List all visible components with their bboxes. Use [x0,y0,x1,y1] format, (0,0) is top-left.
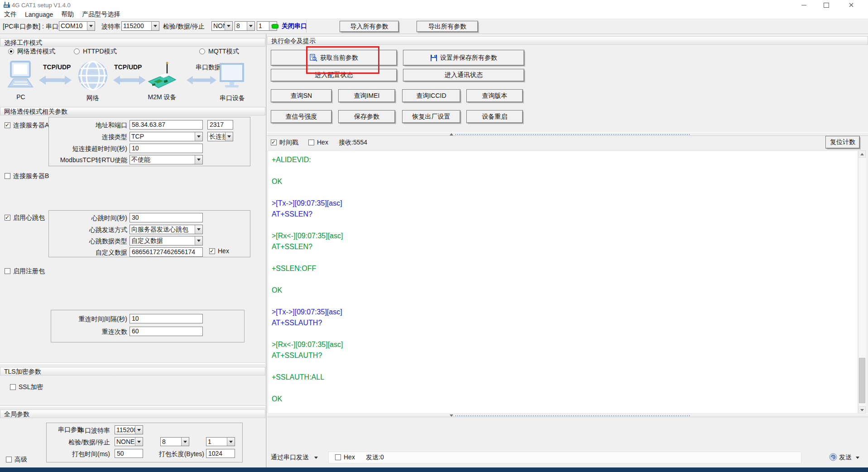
pc-laptop-icon [6,61,34,91]
hb-hex-label[interactable]: Hex [218,247,229,255]
timestamp-checkbox[interactable] [271,140,277,145]
scroll-down-button[interactable] [858,406,866,414]
save-params-button[interactable]: 保存参数 [338,110,395,123]
hb-time-input[interactable]: 30 [129,213,203,222]
terminal-line: OK [272,285,858,296]
short-conn-input[interactable]: 10 [129,144,203,153]
radio-httpd-mode[interactable] [74,48,80,54]
minimize-button[interactable] [795,1,813,9]
query-signal-button[interactable]: 查信号强度 [271,110,332,123]
import-params-button[interactable]: 导入所有参数 [340,21,399,32]
timestamp-label[interactable]: 时间戳 [279,139,298,147]
gp-stopbits-select[interactable]: 1 [206,437,235,446]
maximize-button[interactable] [817,1,835,9]
server-a-address-input[interactable]: 58.34.63.87 [129,120,203,130]
gp-parity-select[interactable]: NONE [115,437,143,446]
send-input[interactable] [328,452,801,463]
scrollbar-thumb[interactable] [859,358,865,403]
gp-pack-time-input[interactable]: 50 [115,449,143,458]
server-a-checkbox[interactable] [5,122,10,128]
advanced-label[interactable]: 高级 [14,456,27,464]
gp-pack-len-input[interactable]: 1024 [206,449,235,458]
query-sn-button[interactable]: 查询SN [271,89,332,102]
modbus-select[interactable]: 不使能 [129,155,203,164]
com-port-select[interactable]: COM10 [59,21,95,31]
toolbar: [PC串口参数] : 串口号 COM10 波特率 115200 检验/数据/停止… [0,19,868,34]
ssl-label[interactable]: SSL加密 [19,383,43,391]
conn-type-select[interactable]: TCP [129,132,203,141]
server-b-label[interactable]: 连接服务器B [13,172,49,180]
register-label[interactable]: 启用注册包 [13,267,45,275]
splitter-dots [456,134,691,135]
rx-hex-checkbox[interactable] [308,140,314,145]
baud-select[interactable]: 115200 [121,21,159,31]
parity-select[interactable]: NONE [211,21,233,31]
reconn-count-input[interactable]: 60 [129,327,203,336]
rx-hex-label[interactable]: Hex [317,139,328,146]
radio-httpd-mode-label[interactable]: HTTPD模式 [83,48,117,56]
conn-mode-select[interactable]: 长连接 [207,132,233,141]
databits-select[interactable]: 8 [235,21,255,31]
gp-pack-len-label: 打包长度(Bytes) [150,450,204,458]
close-button[interactable] [842,1,860,9]
hb-data-input[interactable]: 686561727462656174 [129,247,203,257]
query-imei-button[interactable]: 查询IMEI [338,89,395,102]
splitter-top[interactable] [267,132,868,136]
global-params-header: 全局参数 [0,409,265,418]
app-icon [3,2,10,8]
server-a-port-input[interactable]: 2317 [207,120,233,130]
radio-net-mode-label[interactable]: 网络透传模式 [17,48,55,56]
query-iccid-button[interactable]: 查询ICCID [402,89,460,102]
chevron-down-icon[interactable] [856,457,859,459]
radio-net-mode[interactable] [8,48,14,54]
reconn-interval-input[interactable]: 10 [129,314,203,323]
factory-reset-button[interactable]: 恢复出厂设置 [402,110,460,123]
terminal-output[interactable]: +ALIDEVID: OK >[Tx->][09:07:35][asc]AT+S… [268,150,858,414]
server-b-checkbox[interactable] [5,173,10,179]
advanced-checkbox[interactable] [6,457,12,462]
send-via-serial-dropdown[interactable]: 通过串口发送 [271,453,309,462]
enter-comm-button[interactable]: 进入通讯状态 [403,69,524,82]
splitter-bottom[interactable] [267,414,868,417]
hb-type-select[interactable]: 自定义数据 [129,236,203,246]
chevron-down-icon [225,132,233,141]
collapse-down-icon[interactable] [450,414,453,417]
chevron-down-icon [135,426,143,434]
menu-item-product-model[interactable]: 产品型号选择 [82,10,120,19]
radio-mqtt-mode[interactable] [199,48,205,54]
get-params-button[interactable]: 获取当前参数 [271,50,397,66]
ssl-checkbox[interactable] [10,384,16,390]
gp-databits-select[interactable]: 8 [160,437,189,446]
close-port-button[interactable]: 关闭串口 [282,22,307,30]
scroll-up-button[interactable] [858,150,866,158]
menu-item-help[interactable]: 帮助 [61,10,74,19]
terminal-line [272,328,858,339]
register-checkbox[interactable] [5,268,10,274]
reconn-count-label: 重连次数 [50,328,127,336]
hb-mode-select[interactable]: 向服务器发送心跳包 [129,225,203,234]
send-button[interactable]: 发送 [839,453,852,462]
menu-item-file[interactable]: 文件 [4,10,17,19]
menu-item-language[interactable]: Language [25,11,53,18]
tx-hex-checkbox[interactable] [335,454,341,460]
collapse-up-icon[interactable] [450,133,453,135]
panel-divider[interactable] [266,34,267,467]
radio-mqtt-mode-label[interactable]: MQTT模式 [208,48,239,56]
section-separator [0,362,265,365]
chevron-down-icon[interactable] [314,457,318,459]
heartbeat-checkbox[interactable] [5,215,10,221]
hb-hex-checkbox[interactable] [209,248,215,254]
server-a-label[interactable]: 连接服务器A [13,121,49,130]
reset-count-button[interactable]: 复位计数 [825,136,860,149]
chevron-down-icon [195,132,202,141]
reboot-button[interactable]: 设备重启 [466,110,523,123]
heartbeat-label[interactable]: 启用心跳包 [13,214,45,222]
gp-baud-select[interactable]: 115200 [115,425,143,434]
export-params-button[interactable]: 导出所有参数 [417,21,478,32]
toolbar-separator [306,20,307,33]
set-save-params-button[interactable]: 设置并保存所有参数 [403,50,524,66]
chevron-down-icon [227,438,235,446]
enter-config-button[interactable]: 进入配置状态 [271,69,397,82]
tx-hex-label[interactable]: Hex [344,453,355,461]
query-version-button[interactable]: 查询版本 [466,89,523,102]
